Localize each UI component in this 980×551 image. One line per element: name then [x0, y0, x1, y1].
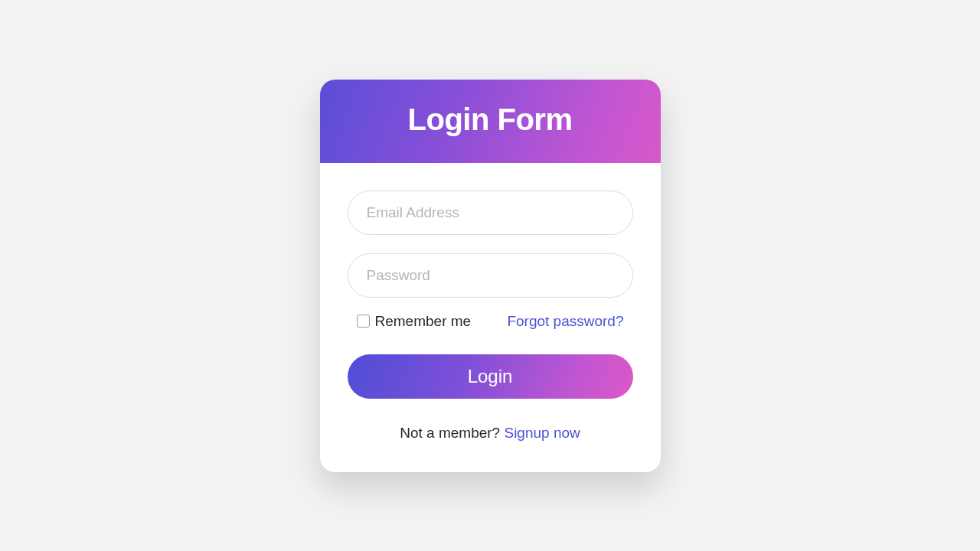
signup-link[interactable]: Signup now — [504, 425, 580, 441]
login-header: Login Form — [320, 80, 661, 163]
email-field[interactable] — [348, 191, 633, 235]
signup-prompt: Not a member? — [400, 425, 504, 441]
page-title: Login Form — [320, 103, 661, 137]
password-field[interactable] — [348, 253, 633, 298]
login-button[interactable]: Login — [348, 354, 633, 399]
login-form-body: Remember me Forgot password? Login Not a… — [320, 163, 661, 472]
options-row: Remember me Forgot password? — [357, 313, 632, 330]
forgot-password-link[interactable]: Forgot password? — [507, 313, 623, 330]
remember-me-label[interactable]: Remember me — [357, 313, 472, 330]
login-card: Login Form Remember me Forgot password? … — [320, 80, 661, 472]
remember-me-checkbox[interactable] — [357, 315, 370, 328]
remember-me-text: Remember me — [375, 313, 472, 330]
signup-row: Not a member? Signup now — [348, 425, 633, 442]
